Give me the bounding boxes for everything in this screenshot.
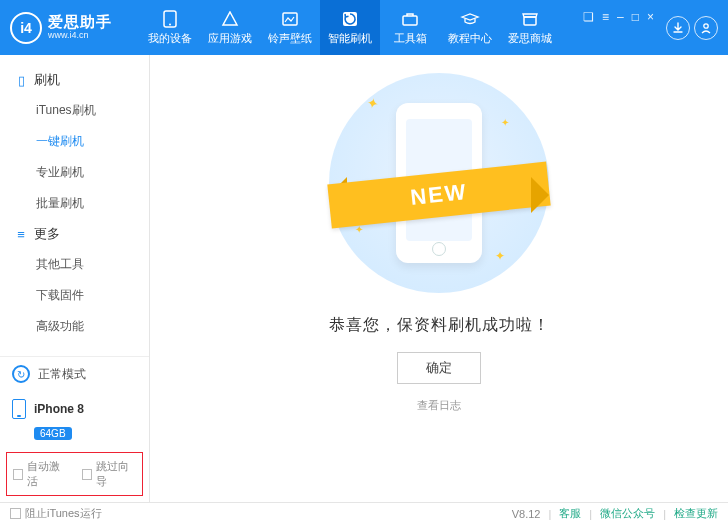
phone-icon: ▯ xyxy=(14,73,28,88)
refresh-icon: ↻ xyxy=(12,365,30,383)
view-log-link[interactable]: 查看日志 xyxy=(417,398,461,413)
sidebar-item-itunes-flash[interactable]: iTunes刷机 xyxy=(0,95,149,126)
separator: | xyxy=(589,508,592,520)
flash-icon xyxy=(340,10,360,28)
tutorial-icon xyxy=(460,10,480,28)
wallpaper-icon xyxy=(280,10,300,28)
tab-store[interactable]: 爱思商城 xyxy=(500,0,560,55)
checkbox-block-itunes[interactable]: 阻止iTunes运行 xyxy=(10,506,102,521)
link-wechat[interactable]: 微信公众号 xyxy=(600,506,655,521)
settings-icon[interactable]: ≡ xyxy=(602,10,609,24)
sidebar-item-pro-flash[interactable]: 专业刷机 xyxy=(0,157,149,188)
tab-label: 我的设备 xyxy=(148,31,192,46)
sidebar-item-batch-flash[interactable]: 批量刷机 xyxy=(0,188,149,219)
sparkle-icon: ✦ xyxy=(501,117,509,128)
checkbox-label: 跳过向导 xyxy=(96,459,136,489)
store-icon xyxy=(520,10,540,28)
mode-label: 正常模式 xyxy=(38,366,86,383)
checkbox-auto-activate[interactable]: 自动激活 xyxy=(13,459,68,489)
device-mode[interactable]: ↻ 正常模式 xyxy=(0,357,149,391)
minimize-icon[interactable]: – xyxy=(617,10,624,24)
brand-url: www.i4.cn xyxy=(48,31,112,41)
app-logo: i4 爱思助手 www.i4.cn xyxy=(10,12,140,44)
tab-label: 教程中心 xyxy=(448,31,492,46)
device-icon xyxy=(160,10,180,28)
tab-tutorials[interactable]: 教程中心 xyxy=(440,0,500,55)
success-message: 恭喜您，保资料刷机成功啦！ xyxy=(329,315,550,336)
tab-apps[interactable]: 应用游戏 xyxy=(200,0,260,55)
sparkle-icon: ✦ xyxy=(365,94,380,112)
svg-rect-4 xyxy=(403,16,417,25)
separator: | xyxy=(548,508,551,520)
tab-label: 铃声壁纸 xyxy=(268,31,312,46)
storage-badge: 64GB xyxy=(34,427,72,440)
connected-device[interactable]: iPhone 8 64GB xyxy=(0,391,149,448)
version-label: V8.12 xyxy=(512,508,541,520)
nav-tabs: 我的设备 应用游戏 铃声壁纸 智能刷机 工具箱 教程中心 爱思商城 xyxy=(140,0,560,55)
separator: | xyxy=(663,508,666,520)
close-icon[interactable]: × xyxy=(647,10,654,24)
svg-point-6 xyxy=(704,23,708,27)
checkbox-skip-guide[interactable]: 跳过向导 xyxy=(82,459,137,489)
tab-label: 应用游戏 xyxy=(208,31,252,46)
user-button[interactable] xyxy=(694,16,718,40)
checkbox-icon xyxy=(13,469,23,480)
svg-point-1 xyxy=(169,23,171,25)
success-illustration: ✦ ✦ ✦ ✦ NEW xyxy=(329,73,549,293)
tab-flash[interactable]: 智能刷机 xyxy=(320,0,380,55)
menu-icon[interactable]: ❏ xyxy=(583,10,594,24)
brand-name: 爱思助手 xyxy=(48,14,112,31)
sidebar-item-advanced[interactable]: 高级功能 xyxy=(0,311,149,342)
iphone-icon xyxy=(12,399,26,419)
checkbox-label: 自动激活 xyxy=(27,459,67,489)
status-bar: 阻止iTunes运行 V8.12 | 客服 | 微信公众号 | 检查更新 xyxy=(0,502,728,524)
link-check-update[interactable]: 检查更新 xyxy=(674,506,718,521)
toolbox-icon xyxy=(400,10,420,28)
svg-rect-2 xyxy=(283,13,297,25)
apps-icon xyxy=(220,10,240,28)
checkbox-icon xyxy=(10,508,21,519)
checkbox-icon xyxy=(82,469,92,480)
window-controls: ❏ ≡ – □ × xyxy=(583,10,728,46)
group-title: 更多 xyxy=(34,225,60,243)
tab-my-device[interactable]: 我的设备 xyxy=(140,0,200,55)
title-bar: i4 爱思助手 www.i4.cn 我的设备 应用游戏 铃声壁纸 智能刷机 工具… xyxy=(0,0,728,55)
sidebar-group-flash: ▯ 刷机 xyxy=(0,65,149,95)
more-icon: ≡ xyxy=(14,227,28,242)
sidebar-item-other-tools[interactable]: 其他工具 xyxy=(0,249,149,280)
tab-ringtones[interactable]: 铃声壁纸 xyxy=(260,0,320,55)
tab-toolbox[interactable]: 工具箱 xyxy=(380,0,440,55)
options-highlight: 自动激活 跳过向导 xyxy=(6,452,143,496)
device-name: iPhone 8 xyxy=(34,402,84,416)
sparkle-icon: ✦ xyxy=(495,249,505,263)
logo-icon: i4 xyxy=(10,12,42,44)
tab-label: 爱思商城 xyxy=(508,31,552,46)
download-button[interactable] xyxy=(666,16,690,40)
sidebar-group-more: ≡ 更多 xyxy=(0,219,149,249)
link-support[interactable]: 客服 xyxy=(559,506,581,521)
new-ribbon: NEW xyxy=(311,169,567,221)
svg-rect-5 xyxy=(524,17,536,25)
ok-button[interactable]: 确定 xyxy=(397,352,481,384)
sidebar-item-download-firmware[interactable]: 下载固件 xyxy=(0,280,149,311)
main-content: ✦ ✦ ✦ ✦ NEW 恭喜您，保资料刷机成功啦！ 确定 查看日志 xyxy=(150,55,728,502)
sidebar: ▯ 刷机 iTunes刷机 一键刷机 专业刷机 批量刷机 ≡ 更多 其他工具 下… xyxy=(0,55,150,502)
tab-label: 工具箱 xyxy=(394,31,427,46)
sidebar-item-oneclick-flash[interactable]: 一键刷机 xyxy=(0,126,149,157)
maximize-icon[interactable]: □ xyxy=(632,10,639,24)
tab-label: 智能刷机 xyxy=(328,31,372,46)
ribbon-text: NEW xyxy=(327,162,550,229)
group-title: 刷机 xyxy=(34,71,60,89)
checkbox-label: 阻止iTunes运行 xyxy=(25,506,102,521)
